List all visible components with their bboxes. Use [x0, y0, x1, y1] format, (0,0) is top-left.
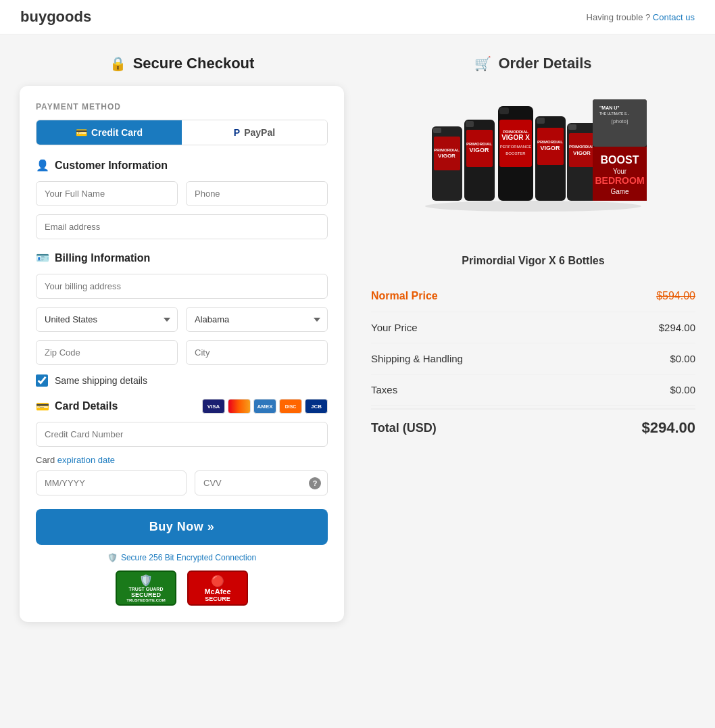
contact-us-link[interactable]: Contact us — [653, 12, 695, 22]
jcb-icon: JCB — [305, 399, 328, 414]
svg-text:THE ULTIMATE S...: THE ULTIMATE S... — [599, 112, 629, 116]
svg-text:VIGOR: VIGOR — [438, 153, 455, 159]
email-input[interactable] — [36, 214, 328, 239]
tab-credit-card[interactable]: 💳 Credit Card — [36, 120, 182, 145]
shipping-label: Shipping & Handling — [371, 353, 463, 364]
svg-text:VIGOR X: VIGOR X — [501, 134, 530, 141]
city-input[interactable] — [186, 340, 328, 365]
customer-info-header: 👤 Customer Information — [36, 159, 328, 172]
encrypted-text: Encrypted Connection — [176, 553, 256, 562]
cvv-input[interactable] — [195, 470, 328, 495]
card-details-header: 💳 Card Details VISA AMEX DISC JCB — [36, 399, 328, 414]
bottle-1-cap — [433, 128, 441, 133]
paypal-tab-label: PayPal — [244, 127, 275, 138]
your-price-row: Your Price $294.00 — [371, 312, 695, 343]
tab-paypal[interactable]: P PayPal — [182, 120, 327, 145]
shadow — [425, 201, 641, 212]
logo-goods: goods — [47, 8, 91, 25]
same-shipping-label: Same shipping details — [55, 375, 147, 386]
your-price-value: $294.00 — [659, 322, 695, 333]
svg-text:[photo]: [photo] — [612, 118, 628, 124]
mm-yyyy-input[interactable] — [36, 470, 187, 495]
sectigo-line3: TRUSTEDSITE.COM — [126, 598, 165, 602]
amex-icon: AMEX — [253, 399, 276, 414]
billing-icon: 🪪 — [36, 251, 49, 264]
svg-text:BOOST: BOOST — [601, 154, 639, 166]
lock-icon: 🔒 — [109, 55, 126, 72]
svg-text:"MAN U": "MAN U" — [599, 105, 620, 110]
shipping-value: $0.00 — [670, 353, 695, 364]
main-content: 🔒 Secure Checkout PAYMENT METHOD 💳 Credi… — [6, 55, 709, 622]
product-name: Primordial Vigor X 6 Bottles — [371, 255, 695, 267]
expiry-row: Card expiration date ? — [36, 455, 328, 495]
svg-text:Game: Game — [610, 188, 629, 195]
checkout-header: 🔒 Secure Checkout — [20, 55, 344, 72]
cvv-help-icon[interactable]: ? — [309, 477, 321, 489]
card-details-title: Card Details — [55, 400, 118, 412]
discover-icon: DISC — [279, 399, 302, 414]
sectigo-shield: 🛡️ — [139, 574, 153, 587]
shield-icon: 🛡️ — [107, 553, 118, 562]
mcafee-line2: SECURE — [205, 596, 230, 602]
cart-icon: 🛒 — [474, 55, 491, 72]
same-shipping-row: Same shipping details — [36, 374, 328, 387]
state-select[interactable]: Alabama Alaska Arizona California Florid… — [186, 307, 328, 332]
taxes-row: Taxes $0.00 — [371, 374, 695, 406]
address-row — [36, 274, 328, 299]
same-shipping-checkbox[interactable] — [36, 374, 48, 387]
checkout-card: PAYMENT METHOD 💳 Credit Card P PayPal 👤 … — [20, 86, 344, 622]
card-number-row — [36, 422, 328, 447]
buy-now-button[interactable]: Buy Now » — [36, 509, 328, 545]
taxes-value: $0.00 — [670, 384, 695, 395]
credit-card-icon: 💳 — [76, 127, 87, 138]
logo-buy: buy — [20, 8, 47, 25]
svg-text:VIGOR: VIGOR — [540, 145, 560, 151]
payment-tabs: 💳 Credit Card P PayPal — [36, 120, 328, 145]
right-panel: 🛒 Order Details PRIMORDIAL VIGOR PRIMORD… — [371, 55, 695, 622]
bottle-3-cap — [499, 107, 509, 114]
billing-info-header: 🪪 Billing Information — [36, 251, 328, 264]
card-details-subheader: 💳 Card Details — [36, 400, 118, 413]
customer-icon: 👤 — [36, 159, 49, 172]
bottle-3-label — [499, 120, 532, 167]
svg-text:VIGOR: VIGOR — [573, 150, 591, 156]
card-number-input[interactable] — [36, 422, 328, 447]
expiry-inputs: ? — [36, 470, 328, 495]
paypal-icon: P — [234, 127, 240, 138]
email-row — [36, 214, 328, 239]
total-row: Total (USD) $294.00 — [371, 408, 695, 446]
checkout-title: Secure Checkout — [133, 55, 255, 72]
expiry-colored: expiration date — [57, 455, 115, 465]
normal-price-label: Normal Price — [371, 290, 438, 302]
country-state-row: United States Canada United Kingdom Alab… — [36, 307, 328, 332]
country-select[interactable]: United States Canada United Kingdom — [36, 307, 178, 332]
top-bar: buygoods Having trouble ? Contact us — [0, 0, 715, 34]
bottle-4-cap — [537, 118, 545, 124]
full-name-input[interactable] — [36, 181, 178, 206]
brand-logo: buygoods — [20, 8, 91, 26]
svg-text:VIGOR: VIGOR — [469, 147, 489, 153]
total-label: Total (USD) — [371, 421, 437, 435]
mcafee-icon: 🔴 — [211, 575, 224, 587]
mastercard-icon — [228, 399, 251, 414]
zip-city-row — [36, 340, 328, 365]
svg-text:PRIMORDIAL: PRIMORDIAL — [537, 140, 563, 144]
payment-method-label: PAYMENT METHOD — [36, 102, 328, 112]
visa-icon: VISA — [202, 399, 225, 414]
mcafee-badge: 🔴 McAfee SECURE — [187, 571, 248, 606]
billing-address-input[interactable] — [36, 274, 328, 299]
bottle-5-cap — [568, 124, 576, 130]
normal-price-row: Normal Price $594.00 — [371, 281, 695, 312]
billing-info-title: Billing Information — [55, 252, 150, 264]
credit-card-tab-label: Credit Card — [91, 127, 143, 138]
card-icons: VISA AMEX DISC JCB — [202, 399, 328, 414]
card-icon: 💳 — [36, 400, 49, 413]
price-table: Normal Price $594.00 Your Price $294.00 … — [371, 281, 695, 446]
expiry-label: Card expiration date — [36, 455, 328, 465]
name-phone-row — [36, 181, 328, 206]
svg-text:PRIMORDIAL: PRIMORDIAL — [569, 145, 595, 149]
sectigo-badge: 🛡️ TRUST GUARD SECURED TRUSTEDSITE.COM — [116, 571, 176, 606]
product-image: PRIMORDIAL VIGOR PRIMORDIAL VIGOR PRIMOR… — [412, 86, 655, 241]
phone-input[interactable] — [186, 181, 328, 206]
zip-input[interactable] — [36, 340, 178, 365]
